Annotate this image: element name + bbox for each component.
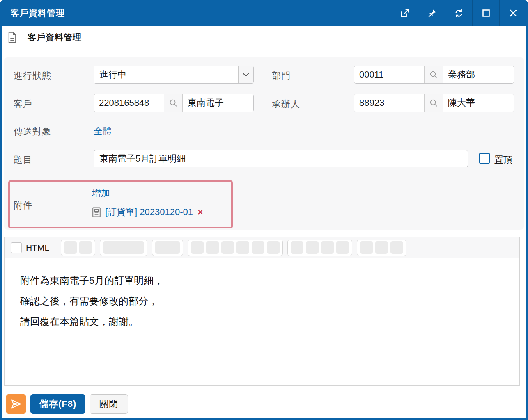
toolbar-button-placeholder[interactable]: [252, 241, 264, 254]
department-name-field[interactable]: [443, 66, 514, 83]
body-line: 確認之後，有需要修改的部分，: [20, 291, 507, 311]
subject-label: 題目: [14, 154, 32, 166]
window-title: 客戶資料管理: [2, 7, 65, 19]
toolbar-button-placeholder[interactable]: [321, 241, 334, 254]
close-button[interactable]: 關閉: [90, 394, 128, 414]
handler-label: 承辦人: [272, 98, 300, 110]
toolbar-button-placeholder[interactable]: [360, 241, 373, 254]
handler-name-field[interactable]: [443, 94, 514, 112]
attachment-section: 附件 增加 [訂貨單] 20230120-01 ✕: [8, 180, 233, 228]
customer-label: 客戶: [14, 98, 32, 110]
toolbar-button-placeholder[interactable]: [191, 241, 204, 254]
titlebar-actions: [391, 0, 526, 26]
customer-name-field[interactable]: [183, 94, 253, 112]
save-button[interactable]: 儲存(F8): [30, 394, 85, 414]
app-window: 客戶資料管理: [0, 0, 528, 420]
toolbar-group: [152, 240, 183, 256]
toolbar-button-placeholder[interactable]: [375, 241, 388, 254]
toolbar-button-placeholder[interactable]: [306, 241, 319, 254]
maximize-icon[interactable]: [472, 0, 499, 26]
toolbar-button-placeholder[interactable]: [267, 241, 280, 254]
attachment-delete-icon[interactable]: ✕: [197, 208, 204, 216]
footer: 儲存(F8) 關閉: [2, 389, 526, 418]
toolbar-group: [287, 240, 352, 256]
search-icon[interactable]: [424, 66, 443, 83]
pin-top-checkbox[interactable]: [479, 153, 490, 164]
pin-top-label: 置頂: [494, 154, 512, 166]
chevron-down-icon: [238, 66, 253, 83]
attachment-item: [訂貨單] 20230120-01 ✕: [92, 206, 204, 218]
toolbar-button-placeholder[interactable]: [103, 241, 144, 254]
toolbar-button-placeholder[interactable]: [155, 241, 180, 254]
department-code-input[interactable]: [354, 66, 424, 83]
handler-code-input[interactable]: [354, 94, 424, 112]
titlebar: 客戶資料管理: [2, 0, 526, 26]
page-header: 客戶資料管理: [2, 26, 526, 48]
attachment-file-icon: [92, 207, 101, 218]
editor: HTML 附件為東南電子5月的訂單明細， 確認之後，有需要修改的部分， 請回覆在…: [4, 237, 520, 386]
toolbar-group: [61, 240, 95, 256]
search-icon[interactable]: [424, 94, 443, 112]
handler-combo: [354, 94, 514, 112]
refresh-icon[interactable]: [445, 0, 472, 26]
status-label: 進行狀態: [14, 70, 51, 82]
subject-input[interactable]: [94, 150, 468, 167]
open-in-new-icon[interactable]: [391, 0, 418, 26]
toolbar-group: [188, 240, 283, 256]
editor-body[interactable]: 附件為東南電子5月的訂單明細， 確認之後，有需要修改的部分， 請回覆在本篇貼文，…: [5, 258, 519, 385]
search-icon[interactable]: [164, 94, 183, 112]
form-panel: 進行狀態 進行中 部門 客戶 承辦人: [4, 57, 524, 230]
toolbar-button-placeholder[interactable]: [64, 241, 77, 254]
attachment-file-link[interactable]: [訂貨單] 20230120-01: [105, 206, 193, 218]
page-title: 客戶資料管理: [23, 32, 82, 43]
department-label: 部門: [272, 70, 291, 82]
toolbar-group: [100, 240, 147, 256]
department-combo: [354, 66, 514, 84]
status-value: 進行中: [94, 66, 238, 83]
close-icon[interactable]: [499, 0, 526, 26]
html-checkbox[interactable]: [11, 242, 22, 253]
body-line: 請回覆在本篇貼文，謝謝。: [20, 311, 507, 332]
customer-code-input[interactable]: [94, 94, 164, 112]
toolbar-group: [357, 240, 406, 256]
html-toggle-label: HTML: [26, 243, 49, 253]
toolbar-button-placeholder[interactable]: [206, 241, 219, 254]
toolbar-button-placeholder[interactable]: [390, 241, 403, 254]
customer-combo: [94, 94, 254, 112]
toolbar-button-placeholder[interactable]: [79, 241, 92, 254]
paper-plane-icon: [10, 398, 22, 410]
toolbar-button-placeholder[interactable]: [236, 241, 249, 254]
send-button[interactable]: [6, 394, 26, 414]
send-target-link[interactable]: 全體: [94, 125, 112, 137]
send-target-label: 傳送對象: [14, 126, 51, 138]
toolbar-button-placeholder[interactable]: [291, 241, 303, 254]
toolbar-groups: [61, 240, 411, 256]
toolbar-button-placeholder[interactable]: [221, 241, 234, 254]
editor-toolbar: HTML: [5, 237, 519, 258]
status-select[interactable]: 進行中: [94, 66, 254, 84]
pin-icon[interactable]: [418, 0, 445, 26]
attachment-label: 附件: [14, 199, 32, 212]
attachment-add-link[interactable]: 增加: [92, 187, 110, 199]
body-line: 附件為東南電子5月的訂單明細，: [20, 270, 507, 291]
document-icon: [2, 26, 23, 48]
toolbar-button-placeholder[interactable]: [336, 241, 349, 254]
